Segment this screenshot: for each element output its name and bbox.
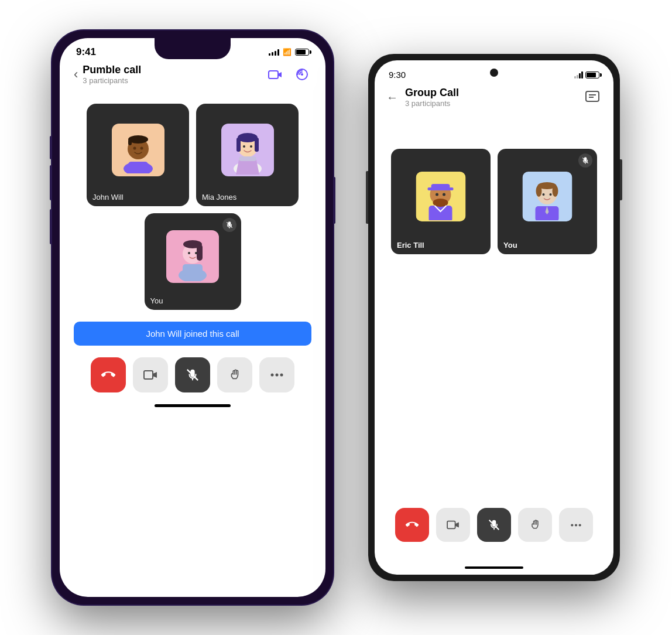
android-title-block: Group Call 3 participants [405, 87, 583, 108]
android-home-bar [465, 566, 523, 569]
android-volume-button[interactable] [366, 171, 368, 224]
avatar-figure-john [118, 127, 159, 173]
volume-down-button[interactable] [50, 209, 52, 244]
svg-point-30 [271, 374, 274, 377]
power-button[interactable] [333, 177, 335, 224]
volume-up-button[interactable] [50, 165, 52, 200]
svg-rect-9 [128, 162, 148, 173]
android-video-button[interactable] [436, 508, 470, 542]
call-grid: John Will [60, 92, 325, 322]
ios-screen: 9:41 📶 ‹ Pumble call 3 participants [60, 38, 325, 597]
call-controls [60, 346, 325, 402]
android-call-controls [375, 499, 613, 551]
svg-point-5 [133, 146, 136, 149]
svg-point-26 [195, 252, 197, 254]
participants-row-1: John Will [87, 104, 299, 206]
mute-indicator [222, 218, 236, 232]
call-title: Pumble call [83, 64, 266, 76]
participant-name-mia: Mia Jones [202, 193, 236, 202]
svg-point-42 [443, 193, 445, 196]
cast-icon-button[interactable] [293, 65, 311, 84]
svg-rect-15 [236, 138, 241, 152]
more-icon [270, 373, 283, 377]
svg-rect-8 [128, 139, 132, 145]
svg-rect-39 [428, 187, 454, 190]
android-time: 9:30 [389, 70, 406, 80]
android-mute-indicator [578, 153, 592, 168]
svg-point-12 [243, 145, 245, 148]
android-video-icon [447, 520, 460, 530]
raise-hand-button[interactable] [217, 357, 252, 392]
end-call-button[interactable] [91, 357, 126, 392]
svg-rect-52 [447, 521, 455, 529]
android-call-title: Group Call [405, 87, 583, 99]
avatar-john [112, 124, 164, 176]
svg-point-50 [543, 193, 545, 196]
svg-point-48 [536, 185, 542, 197]
svg-point-56 [575, 524, 577, 526]
android-power-button[interactable] [620, 159, 622, 200]
android-end-call-button[interactable] [395, 508, 429, 542]
android-participant-name-eric: Eric Till [397, 241, 424, 250]
raise-hand-icon [228, 368, 241, 381]
svg-rect-16 [255, 138, 259, 152]
participants-row-2: You [145, 213, 241, 310]
phone-ios: 9:41 📶 ‹ Pumble call 3 participants [52, 30, 333, 605]
avatar-figure-you-ios [172, 231, 213, 281]
cast-icon [295, 67, 309, 81]
android-microphone-icon [488, 519, 500, 531]
svg-point-31 [276, 374, 279, 377]
back-button[interactable]: ‹ [74, 67, 78, 82]
signal-icon [269, 49, 279, 56]
svg-rect-21 [183, 264, 203, 276]
android-avatar-bg-eric [416, 172, 466, 221]
ios-home-indicator [155, 404, 231, 407]
svg-rect-24 [197, 244, 203, 261]
ios-notch [155, 38, 231, 59]
svg-point-14 [238, 133, 258, 142]
svg-point-32 [280, 374, 283, 377]
video-button[interactable] [133, 357, 168, 392]
android-avatar-you [523, 172, 572, 221]
android-phone-end-icon [406, 518, 419, 531]
participant-card-john: John Will [87, 104, 189, 206]
participant-card-you: You [145, 213, 241, 310]
svg-point-25 [188, 252, 190, 254]
svg-rect-33 [586, 91, 599, 101]
avatar-bg-mia [221, 124, 274, 176]
avatar-figure-you-android [529, 173, 567, 220]
android-back-button[interactable]: ← [386, 91, 398, 104]
android-status-icons [574, 71, 599, 78]
avatar-bg-john [112, 124, 164, 176]
phone-end-icon [101, 368, 115, 382]
android-mute-button[interactable] [477, 508, 511, 542]
mute-button[interactable] [175, 357, 210, 392]
microphone-muted-icon [225, 221, 234, 229]
android-avatar-eric [416, 172, 466, 221]
camera-icon [268, 69, 282, 80]
svg-rect-17 [239, 156, 256, 161]
wifi-icon: 📶 [283, 48, 292, 56]
svg-point-57 [579, 524, 581, 526]
participant-name-john: John Will [92, 193, 124, 202]
chat-icon-button[interactable] [583, 88, 602, 107]
avatar-bg-you [166, 230, 219, 283]
svg-point-2 [301, 73, 303, 76]
phone-android: 9:30 ← Group Call 3 participants [368, 54, 620, 581]
more-options-button[interactable] [259, 357, 294, 392]
android-camera [490, 69, 498, 77]
android-more-icon [570, 524, 582, 527]
avatar-figure-eric [422, 173, 460, 220]
android-call-grid: Eric Till [375, 114, 613, 266]
video-icon [143, 369, 157, 381]
android-participant-name-you: You [503, 241, 517, 250]
android-participant-you: You [498, 149, 597, 254]
android-header: ← Group Call 3 participants [375, 80, 613, 114]
android-participant-count: 3 participants [405, 99, 583, 108]
android-raise-hand-button[interactable] [518, 508, 552, 542]
svg-point-49 [553, 185, 558, 197]
avatar-figure-mia [227, 125, 268, 175]
ios-status-icons: 📶 [269, 48, 309, 56]
camera-icon-button[interactable] [266, 65, 284, 84]
android-more-options-button[interactable] [559, 508, 593, 542]
